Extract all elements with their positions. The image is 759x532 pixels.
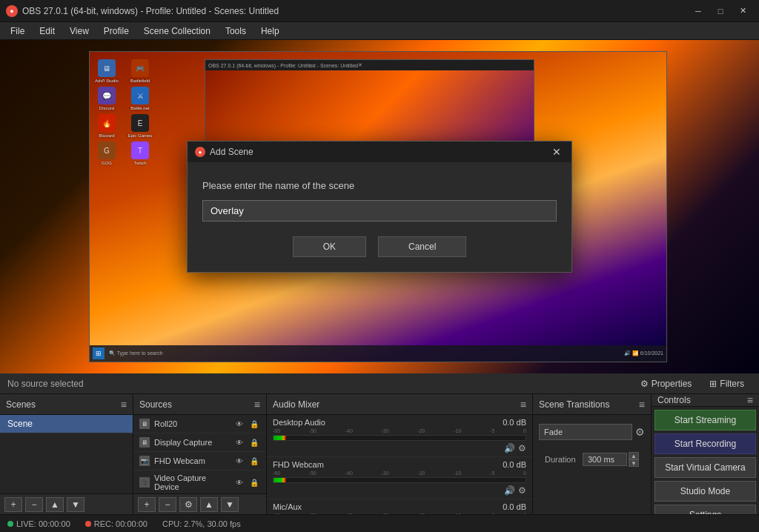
dialog-scene-name-input[interactable] (202, 200, 557, 222)
menu-help[interactable]: Help (253, 24, 287, 38)
start-recording-button[interactable]: Start Recording (654, 433, 756, 454)
controls-menu-icon[interactable]: ≡ (747, 394, 753, 406)
scenes-footer: + − ▲ ▼ (0, 493, 133, 514)
source-lock-roll20[interactable]: 🔒 (248, 418, 260, 430)
minimize-button[interactable]: ─ (688, 4, 709, 19)
transition-duration-control: ▲ ▼ (583, 452, 639, 467)
dialog-overlay: ● Add Scene ✕ Please enter the name of t… (0, 40, 759, 373)
dialog-close-button[interactable]: ✕ (549, 144, 564, 159)
menu-profile[interactable]: Profile (96, 24, 136, 38)
scene-transitions-menu-icon[interactable]: ≡ (639, 399, 645, 410)
menu-scene-collection[interactable]: Scene Collection (136, 24, 218, 38)
audio-channel-desktop-name: Desktop Audio (273, 418, 325, 427)
audio-mixer-label: Audio Mixer (273, 399, 319, 410)
audio-meter-webcam (273, 477, 526, 483)
audio-mute-desktop[interactable]: 🔊 (504, 443, 515, 453)
properties-label: Properties (652, 379, 692, 389)
source-label-video-capture: Video Capture Device (154, 473, 229, 491)
audio-settings-webcam[interactable]: ⚙ (518, 485, 526, 496)
audio-channel-desktop-header: Desktop Audio 0.0 dB (273, 418, 526, 427)
cpu-usage: CPU: 2.7%, 30.00 fps (162, 519, 241, 528)
scenes-panel-header: Scenes ≡ (0, 394, 133, 415)
scenes-up-button[interactable]: ▲ (46, 497, 64, 512)
sources-footer: + − ⚙ ▲ ▼ (133, 493, 266, 514)
audio-channel-mic-header: Mic/Aux 0.0 dB (273, 502, 526, 511)
sources-remove-button[interactable]: − (159, 497, 176, 512)
transition-type-select[interactable]: Fade Cut Swipe (539, 424, 632, 440)
sources-up-button[interactable]: ▲ (200, 497, 218, 512)
scene-transitions-content: Fade Cut Swipe ⚙ Duration ▲ ▼ (533, 415, 651, 514)
sources-label: Sources (139, 399, 172, 410)
sources-panel: Sources ≡ 🖥 Roll20 👁 🔒 🖥 Display Capture… (133, 394, 267, 514)
source-visibility-video-capture[interactable]: 👁 (233, 476, 245, 488)
sources-menu-icon[interactable]: ≡ (254, 399, 260, 410)
dialog-cancel-button[interactable]: Cancel (378, 236, 466, 257)
source-visibility-webcam[interactable]: 👁 (233, 455, 245, 467)
dialog-ok-button[interactable]: OK (293, 236, 366, 257)
audio-channel-webcam-name: FHD Webcam (273, 460, 324, 469)
audio-mixer-menu-icon[interactable]: ≡ (520, 399, 526, 410)
source-visibility-roll20[interactable]: 👁 (233, 418, 245, 430)
transition-duration-input[interactable] (583, 453, 627, 466)
source-item-webcam[interactable]: 📷 FHD Webcam 👁 🔒 (133, 452, 266, 471)
transition-duration-label: Duration (545, 455, 576, 464)
source-lock-display[interactable]: 🔒 (248, 436, 260, 448)
source-visibility-display[interactable]: 👁 (233, 436, 245, 448)
add-scene-dialog: ● Add Scene ✕ Please enter the name of t… (187, 141, 572, 273)
scenes-remove-button[interactable]: − (25, 497, 43, 512)
close-button[interactable]: ✕ (732, 4, 753, 19)
audio-mute-webcam[interactable]: 🔊 (504, 485, 515, 496)
scene-transitions-panel: Scene Transitions ≡ Fade Cut Swipe ⚙ Dur… (533, 394, 652, 514)
dialog-title-bar: ● Add Scene ✕ (188, 142, 571, 162)
source-label-roll20: Roll20 (154, 419, 177, 428)
maximize-button[interactable]: □ (710, 4, 731, 19)
menu-file[interactable]: File (3, 24, 32, 38)
audio-meter-bar-desktop (274, 436, 286, 440)
audio-channel-webcam-header: FHD Webcam 0.0 dB (273, 460, 526, 469)
audio-meter-bar-webcam (274, 478, 286, 482)
scene-item-scene[interactable]: Scene (0, 415, 133, 433)
menu-edit[interactable]: Edit (32, 24, 62, 38)
tab-properties[interactable]: ⚙ Properties (633, 377, 700, 390)
sources-settings-button[interactable]: ⚙ (179, 497, 197, 512)
tab-filters[interactable]: ⊞ Filters (702, 377, 752, 390)
source-lock-video-capture[interactable]: 🔒 (248, 476, 260, 488)
audio-settings-desktop[interactable]: ⚙ (518, 443, 526, 453)
sources-panel-header: Sources ≡ (133, 394, 266, 415)
audio-channel-webcam-db: 0.0 dB (503, 460, 526, 469)
menu-tools[interactable]: Tools (218, 24, 253, 38)
audio-channel-desktop: Desktop Audio 0.0 dB -60-50-40-30-20-10-… (267, 415, 532, 457)
live-time: LIVE: 00:00:00 (16, 519, 70, 528)
audio-channel-mic-db: 0.0 dB (503, 502, 526, 511)
scenes-down-button[interactable]: ▼ (67, 497, 84, 512)
source-lock-webcam[interactable]: 🔒 (248, 455, 260, 467)
source-bar-tabs: ⚙ Properties ⊞ Filters (633, 377, 752, 390)
start-streaming-button[interactable]: Start Streaming (654, 410, 756, 430)
controls-buttons: Start Streaming Start Recording Start Vi… (652, 407, 759, 532)
studio-mode-button[interactable]: Studio Mode (654, 481, 756, 502)
transition-duration-up[interactable]: ▲ (629, 452, 639, 459)
rec-indicator (85, 521, 91, 527)
audio-channel-mic-name: Mic/Aux (273, 502, 302, 511)
transition-settings-icon[interactable]: ⚙ (635, 426, 645, 438)
preview-area: 🖥 Add'l Studio 🎮 Battlefield 💬 Discord ⚔… (0, 40, 759, 373)
start-virtual-camera-button[interactable]: Start Virtual Camera (654, 457, 756, 478)
source-item-display[interactable]: 🖥 Display Capture 👁 🔒 (133, 433, 266, 452)
no-source-text: No source selected (7, 379, 84, 389)
source-item-video-capture[interactable]: 🎥 Video Capture Device 👁 🔒 (133, 471, 266, 493)
controls-panel-header: Controls ≡ (652, 394, 759, 407)
source-icon-video-capture: 🎥 (139, 477, 150, 488)
sources-down-button[interactable]: ▼ (221, 497, 239, 512)
source-icon-display: 🖥 (139, 437, 150, 448)
scenes-menu-icon[interactable]: ≡ (121, 399, 127, 410)
scene-transitions-header: Scene Transitions ≡ (533, 394, 651, 415)
scenes-add-button[interactable]: + (4, 497, 22, 512)
audio-controls-desktop: 🔊 ⚙ (273, 443, 526, 453)
dialog-label: Please enter the name of the scene (202, 180, 557, 191)
source-item-roll20[interactable]: 🖥 Roll20 👁 🔒 (133, 415, 266, 433)
transition-duration-down[interactable]: ▼ (629, 459, 639, 467)
menu-view[interactable]: View (62, 24, 96, 38)
audio-controls-webcam: 🔊 ⚙ (273, 485, 526, 496)
source-icon-monitor: 🖥 (139, 419, 150, 429)
sources-add-button[interactable]: + (138, 497, 156, 512)
